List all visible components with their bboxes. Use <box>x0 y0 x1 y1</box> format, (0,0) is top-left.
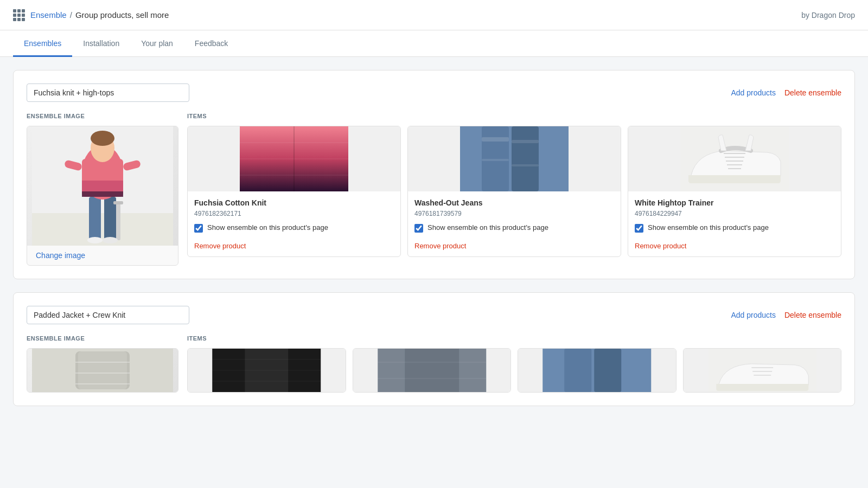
tab-feedback[interactable]: Feedback <box>184 30 239 57</box>
product-card-1-1: Fuchsia Cotton Knit 4976182362171 Show e… <box>187 126 401 257</box>
ensemble-image-box-1: Change image <box>27 126 178 266</box>
product-id-1-1: 4976182362171 <box>194 210 394 217</box>
product-card-2-1 <box>187 348 346 393</box>
tab-your-plan[interactable]: Your plan <box>130 30 184 57</box>
svg-rect-25 <box>512 140 539 143</box>
checkbox-row-1-2: Show ensemble on this product's page <box>414 223 614 233</box>
svg-rect-12 <box>116 202 120 240</box>
product-id-1-2: 4976181739579 <box>414 210 614 217</box>
app-name[interactable]: Ensemble <box>30 10 67 20</box>
ensemble-card-1: Add products Delete ensemble ENSEMBLE IM… <box>13 70 855 279</box>
remove-product-button-1-1[interactable]: Remove product <box>194 242 246 250</box>
app-header: Ensemble / Group products, sell more <box>13 9 169 21</box>
product-image-2-2 <box>353 349 511 392</box>
product-name-1-1: Fuchsia Cotton Knit <box>194 198 394 208</box>
svg-rect-50 <box>564 349 591 392</box>
product-name-1-3: White Hightop Trainer <box>635 198 834 208</box>
items-section-2: ITEMS <box>187 335 841 393</box>
product-image-1-1 <box>188 126 400 191</box>
outfit-svg-1 <box>27 126 178 246</box>
product-image-2-3 <box>518 349 676 392</box>
ensemble-image-section-2: ENSEMBLE IMAGE <box>27 335 178 393</box>
product-info-1-3: White Hightop Trainer 4976184229947 Show… <box>628 191 841 256</box>
ensemble-image-box-2 <box>27 348 178 393</box>
product-image-2-4 <box>684 349 841 392</box>
ensemble-body-2: ENSEMBLE IMAGE <box>27 335 841 393</box>
product-card-1-2: Washed-Out Jeans 4976181739579 Show ense… <box>407 126 621 257</box>
checkbox-row-1-3: Show ensemble on this product's page <box>635 223 834 233</box>
tab-installation[interactable]: Installation <box>72 30 130 57</box>
product-img-svg-2-4 <box>684 349 841 392</box>
svg-rect-46 <box>405 349 459 392</box>
svg-rect-7 <box>82 191 123 197</box>
change-image-link-1[interactable]: Change image <box>27 246 178 265</box>
svg-point-15 <box>103 237 118 243</box>
svg-rect-13 <box>113 201 123 204</box>
svg-rect-23 <box>512 126 539 191</box>
app-title: Group products, sell more <box>75 10 169 20</box>
svg-rect-1 <box>32 213 173 246</box>
svg-rect-24 <box>482 137 509 142</box>
product-card-2-2 <box>353 348 512 393</box>
ensemble-header-2: Add products Delete ensemble <box>27 306 841 324</box>
items-grid-2 <box>187 348 841 393</box>
product-card-1-3: White Hightop Trainer 4976184229947 Show… <box>628 126 841 257</box>
checkbox-row-1-1: Show ensemble on this product's page <box>194 223 394 233</box>
checkbox-label-1-2: Show ensemble on this product's page <box>427 223 548 233</box>
ensemble-img-svg-2 <box>27 349 178 392</box>
ensemble-header-1: Add products Delete ensemble <box>27 84 841 102</box>
checkbox-label-1-1: Show ensemble on this product's page <box>207 223 328 233</box>
svg-rect-26 <box>482 159 509 161</box>
svg-rect-27 <box>512 164 539 166</box>
items-label-2: ITEMS <box>187 335 841 342</box>
product-img-svg-2-2 <box>353 349 511 392</box>
svg-rect-51 <box>594 349 621 392</box>
ensemble-name-input-2[interactable] <box>27 306 189 324</box>
remove-product-button-1-2[interactable]: Remove product <box>414 242 466 250</box>
product-image-1-2 <box>408 126 621 191</box>
items-label-1: ITEMS <box>187 113 841 119</box>
product-img-svg-1-3 <box>628 126 841 191</box>
ensemble-image-label-2: ENSEMBLE IMAGE <box>27 335 178 342</box>
product-card-2-3 <box>518 348 676 393</box>
svg-point-14 <box>87 237 103 243</box>
delete-ensemble-button-2[interactable]: Delete ensemble <box>784 311 841 319</box>
grid-icon <box>13 9 25 21</box>
product-img-svg-2-3 <box>518 349 676 392</box>
ensemble-name-input-1[interactable] <box>27 84 189 102</box>
add-products-button-1[interactable]: Add products <box>731 88 776 97</box>
add-products-button-2[interactable]: Add products <box>731 311 776 319</box>
product-name-1-2: Washed-Out Jeans <box>414 198 614 208</box>
product-info-1-1: Fuchsia Cotton Knit 4976182362171 Show e… <box>188 191 400 256</box>
ensemble-body-1: ENSEMBLE IMAGE <box>27 113 841 266</box>
product-info-1-2: Washed-Out Jeans 4976181739579 Show ense… <box>408 191 621 256</box>
remove-product-button-1-3[interactable]: Remove product <box>635 242 686 250</box>
page-content: Add products Delete ensemble ENSEMBLE IM… <box>0 57 868 419</box>
show-ensemble-checkbox-1-2[interactable] <box>414 224 423 233</box>
product-img-svg-2-1 <box>188 349 346 392</box>
show-ensemble-checkbox-1-3[interactable] <box>635 224 643 233</box>
top-bar: Ensemble / Group products, sell more by … <box>0 0 868 30</box>
svg-rect-2 <box>89 197 101 240</box>
ensemble-actions-1: Add products Delete ensemble <box>731 88 841 97</box>
items-section-1: ITEMS <box>187 113 841 266</box>
ensemble-card-2: Add products Delete ensemble ENSEMBLE IM… <box>13 292 855 406</box>
breadcrumb-separator: / <box>70 10 72 20</box>
branding: by Dragon Drop <box>801 11 855 20</box>
nav-tabs: Ensembles Installation Your plan Feedbac… <box>0 30 868 57</box>
product-img-svg-1-2 <box>408 126 621 191</box>
ensemble-image-2 <box>27 349 178 392</box>
items-grid-1: Fuchsia Cotton Knit 4976182362171 Show e… <box>187 126 841 257</box>
ensemble-image-1 <box>27 126 178 246</box>
ensemble-actions-2: Add products Delete ensemble <box>731 311 841 319</box>
product-image-2-1 <box>188 349 346 392</box>
show-ensemble-checkbox-1-1[interactable] <box>194 224 203 233</box>
product-card-2-4 <box>683 348 842 393</box>
product-img-svg-1-1 <box>188 126 400 191</box>
product-image-1-3 <box>628 126 841 191</box>
checkbox-label-1-3: Show ensemble on this product's page <box>648 223 769 233</box>
ensemble-image-section-1: ENSEMBLE IMAGE <box>27 113 178 266</box>
product-id-1-3: 4976184229947 <box>635 210 834 217</box>
tab-ensembles[interactable]: Ensembles <box>13 30 72 57</box>
delete-ensemble-button-1[interactable]: Delete ensemble <box>784 88 841 97</box>
